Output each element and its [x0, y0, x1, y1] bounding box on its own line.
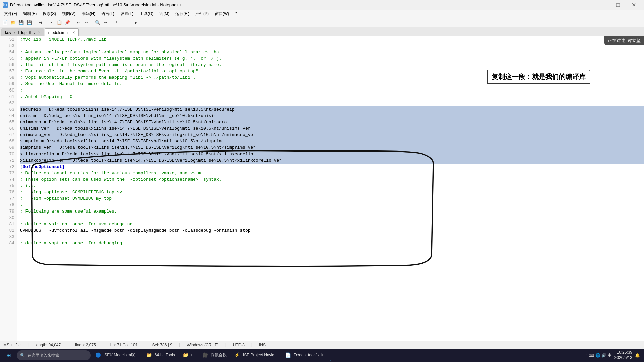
line-number: 76 — [0, 189, 17, 195]
menu-item[interactable]: 编辑(E) — [20, 10, 39, 17]
annotation-label: 复制这一段：就是我们的编译库 — [487, 70, 590, 84]
line-number: 63 — [0, 106, 17, 113]
app-icon: 🔵 — [95, 352, 101, 358]
taskbar-clock: 16:25:39 2020/5/13 — [614, 350, 632, 360]
line-number: 83 — [0, 234, 17, 240]
minimize-button[interactable]: − — [595, 0, 610, 10]
line-number: 65 — [0, 119, 17, 125]
save-all-button[interactable]: 💾 — [25, 19, 33, 26]
code-line: unimacro = D:\eda_tools\xilins_ise\14.7\… — [20, 119, 644, 125]
separator-3 — [73, 20, 73, 26]
menu-item[interactable]: 插件(P) — [193, 10, 211, 17]
taskbar-app[interactable]: ⚡ISE Project Navig... — [231, 349, 281, 361]
tab-key-led[interactable]: key_led_top_tb.v ✕ — [1, 28, 44, 36]
taskbar-app[interactable]: 📁nt — [179, 349, 198, 361]
copy-button[interactable]: 📋 — [56, 19, 63, 26]
line-number: 77 — [0, 195, 17, 202]
zoom-out-button[interactable]: − — [121, 19, 128, 26]
line-number: 69 — [0, 144, 17, 151]
code-line: unisims_ver = D:\eda_tools\xilins_ise\14… — [20, 125, 644, 132]
tab-modelsim[interactable]: modelsim.ini ✕ — [45, 28, 79, 36]
line-number: 82 — [0, 227, 17, 234]
clock-time: 16:25:39 — [614, 350, 632, 355]
code-line: ; Automatically perform logical->physica… — [20, 49, 644, 55]
maximize-button[interactable]: □ — [610, 0, 626, 10]
menu-item[interactable]: 工具(O) — [137, 10, 156, 17]
lines-info: lines: 2,075 — [75, 343, 96, 347]
sel-info: Sel: 786 | 9 — [152, 343, 172, 347]
code-line: ; vlog -optionset COMPILEDEBUG top.sv — [20, 189, 644, 195]
find-button[interactable]: 🔍 — [94, 19, 101, 26]
new-button[interactable]: 📄 — [1, 19, 9, 26]
app-label: D:\eda_tools\xilin... — [294, 353, 328, 357]
tab-close-0[interactable]: ✕ — [38, 31, 40, 34]
app-icon: 📄 — [285, 352, 292, 358]
paste-button[interactable]: 📌 — [64, 19, 71, 26]
app-label: nt — [191, 353, 195, 357]
run-button[interactable]: ▶ — [132, 19, 140, 26]
line-number: 54 — [0, 49, 17, 55]
tab-close-1[interactable]: ✕ — [72, 31, 75, 34]
taskbar-app[interactable]: 🎥腾讯会议 — [199, 349, 230, 361]
menu-item[interactable]: 编码(N) — [79, 10, 98, 17]
app-icon: 📁 — [146, 352, 153, 358]
line-numbers: 5253545556575859606162636465666768697071… — [0, 36, 17, 341]
cut-button[interactable]: ✂ — [48, 19, 55, 26]
menu-item[interactable]: 设置(T) — [118, 10, 136, 17]
app-label: ISE和Modelsim联... — [103, 352, 139, 358]
app-icon: 🎥 — [202, 352, 209, 358]
menu-item[interactable]: 语言(L) — [99, 10, 117, 17]
code-line: xilinxcorelib = D:\eda_tools\xilins_ise\… — [20, 151, 644, 157]
start-button[interactable]: ⊞ — [1, 349, 16, 361]
menu-item[interactable]: 视图(V) — [59, 10, 78, 17]
line-number: 75 — [0, 183, 17, 189]
line-number: 64 — [0, 113, 17, 119]
close-button[interactable]: ✕ — [626, 0, 641, 10]
separator-1 — [35, 20, 35, 26]
taskbar-app[interactable]: 📁64-bit Tools — [143, 349, 178, 361]
taskbar-search[interactable]: 🔍 在这里输入来搜索 — [17, 350, 91, 360]
save-button[interactable]: 💾 — [17, 19, 25, 26]
code-line: UVMDEBUG = -uvmcontrol=all -msgmode both… — [20, 227, 644, 234]
line-number: 58 — [0, 74, 17, 81]
line-number: 70 — [0, 151, 17, 157]
undo-button[interactable]: ↩ — [75, 19, 82, 26]
file-type: MS ini file — [3, 343, 21, 347]
ins-mode: INS — [259, 343, 266, 347]
code-area[interactable]: 正在讲述: 谭立坚 复制这一段：就是我们的编译库 ;mvc_lib = $MOD… — [17, 36, 644, 341]
menu-item[interactable]: 运行(R) — [173, 10, 192, 17]
taskbar-app[interactable]: 🔵ISE和Modelsim联... — [91, 349, 142, 361]
code-line: ; define a vsim optionset for uvm debugg… — [20, 221, 644, 227]
length-info: length: 94,047 — [35, 343, 61, 347]
line-number: 60 — [0, 87, 17, 94]
line-number: 74 — [0, 176, 17, 183]
code-line: [DefineOptionset] — [20, 164, 644, 170]
menu-item[interactable]: ? — [232, 11, 240, 17]
line-number: 67 — [0, 132, 17, 138]
line-number: 79 — [0, 208, 17, 215]
editor: 5253545556575859606162636465666768697071… — [0, 36, 644, 341]
code-line: ; These option sets can be used with the… — [20, 176, 644, 183]
replace-button[interactable]: ↔ — [102, 19, 109, 26]
menu-item[interactable]: 搜索(S) — [40, 10, 59, 17]
zoom-in-button[interactable]: + — [113, 19, 120, 26]
code-line: ; Define optionset entries for the vario… — [20, 170, 644, 176]
line-number: 84 — [0, 240, 17, 246]
code-line: simprim = D:\eda_tools\xilins_ise\14.7\I… — [20, 138, 644, 144]
taskbar: ⊞ 🔍 在这里输入来搜索 🔵ISE和Modelsim联...📁64-bit To… — [0, 349, 644, 362]
taskbar-app[interactable]: 📄D:\eda_tools\xilin... — [282, 349, 331, 361]
redo-button[interactable]: ↪ — [83, 19, 90, 26]
tab-label-1: modelsim.ini — [48, 30, 71, 35]
menu-item[interactable]: 宏(M) — [157, 10, 172, 17]
line-number: 59 — [0, 81, 17, 87]
notification-button[interactable]: 🔔 — [635, 353, 640, 358]
app-label: 腾讯会议 — [211, 352, 227, 358]
system-tray-icons: ^ ⌨ 🌐 🔊 中 — [586, 353, 612, 358]
menu-item[interactable]: 文件(F) — [1, 10, 20, 17]
print-button[interactable]: 🖨 — [37, 19, 44, 26]
open-button[interactable]: 📂 — [9, 19, 17, 26]
menu-item[interactable]: 窗口(W) — [212, 10, 232, 17]
windows-icon: ⊞ — [7, 351, 11, 360]
toolbar: 📄 📂 💾 💾 🖨 ✂ 📋 📌 ↩ ↪ 🔍 ↔ + − ▶ — [0, 18, 644, 27]
menu-bar: 文件(F)编辑(E)搜索(S)视图(V)编码(N)语言(L)设置(T)工具(O)… — [0, 10, 644, 18]
